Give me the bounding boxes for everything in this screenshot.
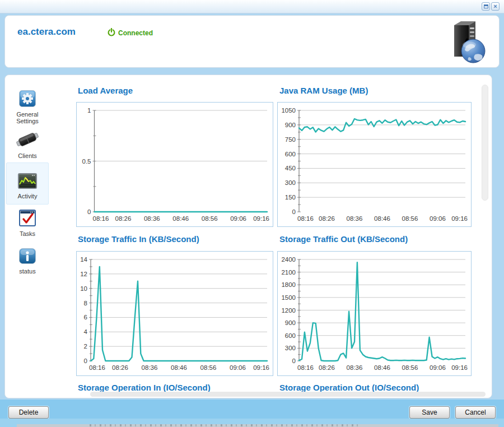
svg-text:08:16: 08:16	[297, 215, 314, 222]
close-button[interactable]: ×	[491, 2, 500, 11]
svg-text:09:16: 09:16	[253, 364, 269, 371]
svg-text:08:46: 08:46	[172, 215, 189, 222]
server-globe-icon	[441, 20, 488, 67]
svg-text:09:06: 09:06	[230, 364, 246, 371]
svg-text:2100: 2100	[281, 269, 296, 276]
svg-text:08:56: 08:56	[202, 215, 218, 222]
window-titlebar: ×	[0, 0, 504, 13]
svg-text:08:56: 08:56	[402, 364, 418, 371]
svg-text:08:16: 08:16	[297, 364, 314, 371]
svg-text:150: 150	[285, 194, 296, 201]
svg-text:0: 0	[87, 208, 91, 215]
svg-text:08:46: 08:46	[374, 364, 390, 371]
svg-text:900: 900	[285, 122, 296, 128]
sidebar-item-label: status	[6, 268, 49, 275]
svg-text:14: 14	[80, 256, 87, 263]
save-button[interactable]: Save	[409, 406, 450, 419]
svg-text:600: 600	[285, 151, 296, 157]
svg-text:08:16: 08:16	[93, 215, 109, 222]
close-icon: ×	[493, 3, 497, 10]
svg-text:08:26: 08:26	[112, 364, 128, 371]
chart-title-storage-traffic-out: Storage Traffic Out (KB/Second)	[279, 234, 408, 244]
svg-text:09:06: 09:06	[430, 215, 446, 222]
storage-traffic-out-chart: 03006009001200150018002100240008:1608:26…	[277, 251, 472, 376]
svg-text:6: 6	[84, 314, 87, 321]
svg-text:09:16: 09:16	[253, 215, 269, 222]
main-panel: General Settings Clients	[4, 75, 492, 398]
svg-text:09:06: 09:06	[430, 364, 446, 371]
connection-status: Connected	[118, 29, 153, 37]
svg-text:08:26: 08:26	[319, 215, 335, 222]
activity-graph-icon	[18, 173, 37, 191]
connector-icon	[16, 131, 39, 151]
svg-text:300: 300	[285, 179, 296, 186]
hostname-label: ea.ctera.com	[17, 26, 76, 38]
svg-text:08:36: 08:36	[144, 215, 160, 222]
svg-text:0.5: 0.5	[82, 158, 91, 165]
svg-text:2: 2	[84, 343, 87, 350]
svg-text:08:36: 08:36	[347, 364, 363, 371]
svg-text:08:36: 08:36	[347, 215, 363, 222]
info-icon	[19, 248, 36, 266]
svg-text:0: 0	[292, 358, 296, 364]
gear-icon	[19, 90, 36, 109]
svg-text:1800: 1800	[281, 281, 296, 288]
svg-text:10: 10	[80, 285, 87, 292]
svg-text:08:26: 08:26	[319, 364, 335, 371]
chart-title-storage-operation-out: Storage Operation Out (IO/Second)	[279, 383, 419, 392]
svg-text:08:46: 08:46	[374, 215, 390, 222]
footer-bar: Delete Save Cancel	[0, 400, 504, 419]
svg-text:1200: 1200	[281, 307, 296, 314]
svg-text:08:26: 08:26	[115, 215, 132, 222]
sidebar-item-label: Tasks	[6, 230, 49, 237]
svg-text:2400: 2400	[281, 256, 296, 263]
ctera-management-window: { "titlebar": { "maximize_icon": "maximi…	[0, 0, 504, 427]
clipped-text-marks	[90, 424, 358, 426]
chart-title-load-average: Load Average	[78, 86, 133, 95]
maximize-button[interactable]	[482, 2, 490, 11]
svg-text:750: 750	[285, 136, 296, 143]
sidebar-item-label: Clients	[6, 152, 49, 159]
svg-text:08:16: 08:16	[89, 364, 105, 371]
svg-text:8: 8	[84, 300, 87, 307]
svg-text:08:36: 08:36	[142, 364, 158, 371]
svg-text:08:56: 08:56	[402, 215, 418, 222]
delete-button[interactable]: Delete	[8, 406, 49, 419]
task-check-icon	[19, 210, 36, 229]
sidebar-item-activity[interactable]: Activity	[6, 163, 49, 205]
power-icon	[108, 28, 115, 39]
sidebar-item-label: Activity	[7, 193, 48, 199]
chart-title-java-ram: Java RAM Usage (MB)	[279, 86, 368, 95]
svg-text:4: 4	[84, 328, 88, 335]
svg-text:08:46: 08:46	[171, 364, 187, 371]
java-ram-usage-chart: 0150300450600750900105008:1608:2608:3608…	[277, 102, 472, 227]
svg-text:1: 1	[87, 107, 91, 114]
load-average-chart: 00.5108:1608:2608:3608:4608:5609:0609:16	[76, 102, 273, 227]
svg-text:900: 900	[285, 319, 296, 326]
cancel-button[interactable]: Cancel	[455, 406, 496, 419]
chart-title-storage-traffic-in: Storage Traffic In (KB/Second)	[78, 234, 199, 244]
svg-text:0: 0	[292, 208, 296, 215]
horizontal-scrollbar-thumb[interactable]	[90, 392, 486, 397]
sidebar-item-label: General Settings	[11, 111, 44, 124]
svg-text:08:56: 08:56	[200, 364, 217, 371]
svg-text:09:06: 09:06	[230, 215, 246, 222]
svg-text:0: 0	[84, 358, 87, 364]
sidebar-item-clients[interactable]: Clients	[6, 128, 49, 155]
svg-text:09:16: 09:16	[451, 215, 468, 222]
storage-traffic-in-chart: 0246810121408:1608:2608:3608:4608:5609:0…	[76, 251, 273, 376]
sidebar-item-general-settings[interactable]: General Settings	[6, 87, 49, 122]
chart-title-storage-operation-in: Storage Operation In (IO/Second)	[78, 383, 211, 392]
vertical-scrollbar-thumb[interactable]	[482, 85, 488, 201]
sidebar-item-status[interactable]: status	[6, 247, 49, 272]
svg-text:09:16: 09:16	[451, 364, 468, 371]
svg-text:600: 600	[285, 332, 296, 339]
sidebar-item-tasks[interactable]: Tasks	[6, 208, 49, 236]
svg-text:1500: 1500	[281, 294, 296, 301]
svg-text:300: 300	[285, 345, 296, 351]
maximize-icon	[484, 4, 488, 8]
svg-text:1050: 1050	[281, 107, 296, 114]
svg-text:450: 450	[285, 165, 296, 171]
svg-text:12: 12	[80, 271, 87, 277]
header-panel: ea.ctera.com Connected	[4, 15, 500, 68]
